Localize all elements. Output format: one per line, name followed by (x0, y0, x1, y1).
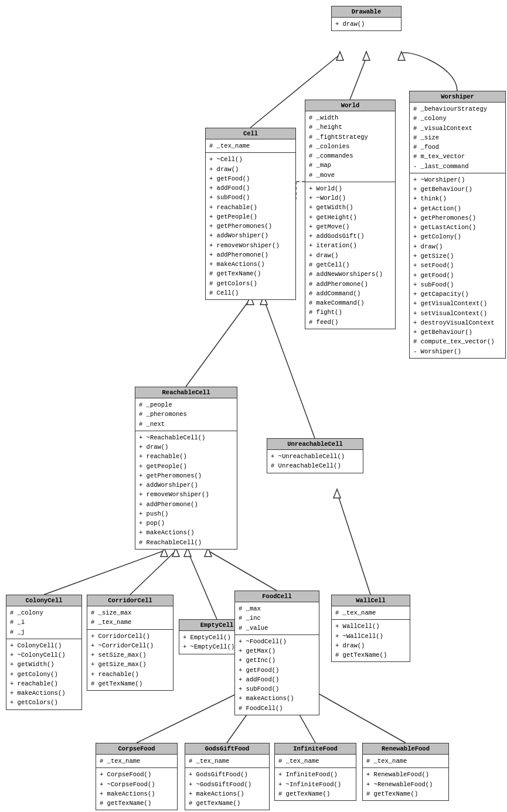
colonycell-box: ColonyCell # _colony # _i # _j + ColonyC… (6, 595, 82, 710)
wallcell-title: WallCell (332, 595, 410, 606)
renewablefood-box: RenewableFood # _tex_name + RenewableFoo… (362, 743, 449, 801)
svg-line-15 (208, 551, 277, 591)
renewablefood-methods: + RenewableFood() + ~RenewableFood() # g… (363, 768, 448, 800)
worshiper-title: Worshiper (410, 91, 505, 103)
drawable-title: Drawable (332, 6, 401, 18)
infinitefood-box: InfiniteFood # _tex_name + InfiniteFood(… (274, 743, 356, 801)
reachablecell-attrs: # _people # _pheromones # _next (135, 398, 237, 431)
godsgiftfood-box: GodsGiftFood # _tex_name + GodsGiftFood(… (185, 743, 270, 810)
renewablefood-title: RenewableFood (363, 743, 448, 755)
colonycell-attrs: # _colony # _i # _j (6, 606, 81, 639)
world-attrs: # _width # _height # _fightStrategy # _c… (305, 111, 395, 182)
drawable-methods: + draw() (332, 18, 401, 30)
svg-line-9 (44, 551, 164, 595)
cell-methods: + ~Cell() + draw() + getFood() + addFood… (206, 153, 295, 299)
colonycell-title: ColonyCell (6, 595, 81, 606)
svg-line-17 (337, 492, 370, 595)
cell-title: Cell (206, 128, 295, 139)
corpsefood-methods: + CorpseFood() + ~CorpseFood() + makeAct… (96, 768, 177, 810)
unreachablecell-methods: + ~UnreachableCell() # UnreachableCell() (267, 450, 363, 473)
reachablecell-box: ReachableCell # _people # _pheromones # … (135, 387, 237, 550)
corpsefood-attrs: # _tex_name (96, 755, 177, 768)
corridorcell-title: CorridorCell (87, 595, 173, 606)
corpsefood-box: CorpseFood # _tex_name + CorpseFood() + … (96, 743, 178, 810)
cell-box: Cell # _tex_name + ~Cell() + draw() + ge… (205, 128, 296, 300)
corridorcell-methods: + CorridorCell() + ~CorridorCell() + set… (87, 630, 173, 691)
wallcell-box: WallCell # _tex_name + WallCell() + ~Wal… (331, 595, 410, 662)
svg-marker-1 (363, 52, 370, 60)
diagram-container: Drawable + draw() Worshiper # _behaviour… (0, 0, 507, 812)
drawable-box: Drawable + draw() (331, 6, 401, 31)
worshiper-box: Worshiper # _behaviourStrategy # _colony… (409, 91, 506, 359)
infinitefood-methods: + InfiniteFood() + ~InfiniteFood() # get… (275, 768, 356, 800)
foodcell-methods: + ~FoodCell() + getMax() + getInc() + ge… (235, 635, 319, 715)
svg-marker-18 (334, 489, 341, 498)
reachablecell-methods: + ~ReachableCell() + draw() + reachable(… (135, 431, 237, 549)
svg-marker-4 (336, 52, 343, 60)
colonycell-methods: + ColonyCell() + ~ColonyCell() + getWidt… (6, 639, 81, 709)
godsgiftfood-attrs: # _tex_name (185, 755, 269, 768)
svg-line-13 (188, 551, 217, 619)
unreachablecell-title: UnreachableCell (267, 439, 363, 450)
infinitefood-attrs: # _tex_name (275, 755, 356, 768)
foodcell-title: FoodCell (235, 591, 319, 602)
foodcell-attrs: # _max # _inc # _value (235, 602, 319, 635)
svg-line-5 (186, 299, 250, 387)
worshiper-methods: + ~Worshiper() + getBehaviour() + think(… (410, 173, 505, 358)
wallcell-attrs: # _tex_name (332, 606, 410, 620)
svg-marker-2 (398, 52, 405, 60)
corridorcell-box: CorridorCell # _size_max # _tex_name + C… (87, 595, 173, 691)
world-box: World # _width # _height # _fightStrateg… (305, 100, 396, 329)
world-title: World (305, 100, 395, 111)
svg-line-11 (130, 551, 176, 595)
cell-attrs: # _tex_name (206, 139, 295, 153)
foodcell-box: FoodCell # _max # _inc # _value + ~FoodC… (234, 591, 319, 715)
reachablecell-title: ReachableCell (135, 387, 237, 398)
wallcell-methods: + WallCell() + ~WallCell() + draw() # ge… (332, 620, 410, 661)
renewablefood-attrs: # _tex_name (363, 755, 448, 768)
godsgiftfood-methods: + GodsGiftFood() + ~GodsGiftFood() + mak… (185, 768, 269, 810)
infinitefood-title: InfiniteFood (275, 743, 356, 755)
corpsefood-title: CorpseFood (96, 743, 177, 755)
world-methods: + World() + ~World() + getWidth() + getH… (305, 182, 395, 329)
corridorcell-attrs: # _size_max # _tex_name (87, 606, 173, 630)
svg-line-0 (350, 57, 366, 100)
unreachablecell-box: UnreachableCell + ~UnreachableCell() # U… (267, 438, 363, 473)
godsgiftfood-title: GodsGiftFood (185, 743, 269, 755)
worshiper-attrs: # _behaviourStrategy # _colony # _visual… (410, 103, 505, 173)
